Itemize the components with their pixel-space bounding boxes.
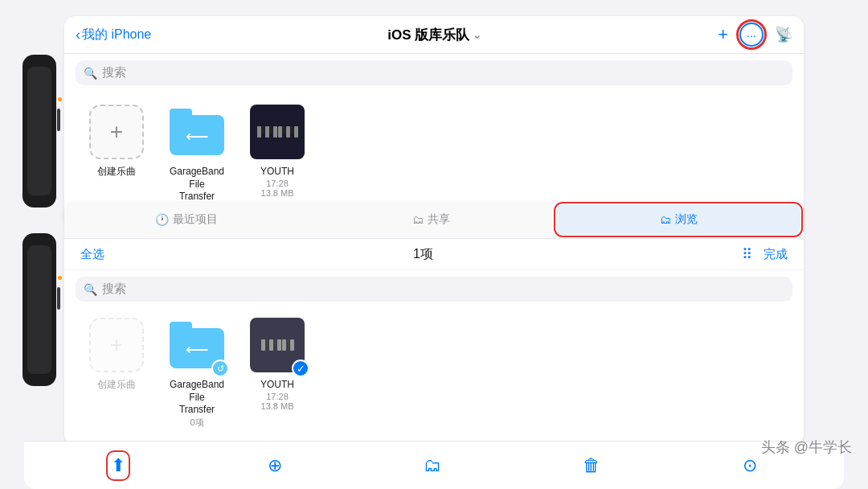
tab-browse[interactable]: 🗂 浏览 bbox=[556, 204, 800, 235]
youth-time-bottom: 17:28 bbox=[266, 392, 289, 401]
more-button[interactable]: ··· bbox=[739, 23, 764, 47]
garageband-folder-item-bottom[interactable]: ⟵ ↺ GarageBand FileTransfer 0项 bbox=[161, 316, 233, 429]
search-bar-bottom[interactable]: 🔍 搜索 bbox=[76, 277, 792, 302]
garageband-meta-bottom: 0项 bbox=[190, 417, 203, 429]
folder-icon-container-top: ⟵ bbox=[168, 103, 226, 161]
move-button[interactable]: 🗂 bbox=[424, 455, 441, 476]
nav-title: iOS 版库乐队 ⌄ bbox=[387, 26, 481, 44]
create-song-item-top[interactable]: + 创建乐曲 bbox=[80, 103, 153, 179]
share-icon: ⬆ bbox=[111, 455, 125, 476]
youth-label-top: YOUTH bbox=[260, 166, 294, 179]
copy-icon: ⊕ bbox=[268, 455, 282, 476]
phone-screen-bottom bbox=[27, 245, 51, 374]
done-button[interactable]: 完成 bbox=[764, 247, 788, 262]
folder-arrow-bottom: ⟵ bbox=[186, 339, 209, 359]
add-button[interactable]: + bbox=[718, 26, 728, 43]
tab-recent-icon: 🕐 bbox=[155, 213, 169, 226]
folder-arrow-icon: ⟵ bbox=[186, 126, 209, 146]
nav-title-chevron-icon: ⌄ bbox=[473, 29, 481, 41]
tab-bar: 🕐 最近项目 🗂 共享 🗂 浏览 bbox=[64, 201, 804, 239]
create-song-label-top: 创建乐曲 bbox=[97, 166, 136, 179]
youth-keys-bottom bbox=[261, 339, 294, 351]
nav-actions: + ··· 📡 bbox=[718, 23, 792, 47]
phone-body-top bbox=[23, 55, 56, 208]
back-label: 我的 iPhone bbox=[82, 27, 151, 43]
youth-visual bbox=[257, 126, 298, 138]
search-icon-bottom: 🔍 bbox=[84, 283, 97, 296]
app-container: ‹ 我的 iPhone iOS 版库乐队 ⌄ + ··· 📡 🔍 搜索 bbox=[0, 0, 868, 489]
phone-screen-top bbox=[27, 67, 51, 195]
bottom-panel-inner: 🕐 最近项目 🗂 共享 🗂 浏览 全选 1项 ⠿ 完成 bbox=[64, 201, 804, 445]
action-bar: ⬆ ⊕ 🗂 🗑 ⊙ bbox=[24, 441, 844, 489]
nav-title-text: iOS 版库乐队 bbox=[387, 26, 469, 44]
watermark: 头条 @牛学长 bbox=[761, 438, 852, 457]
bottom-panel: 🕐 最近项目 🗂 共享 🗂 浏览 全选 1项 ⠿ 完成 bbox=[64, 193, 804, 437]
youth-label-bottom: YOUTH bbox=[260, 379, 294, 392]
more-action-button[interactable]: ⊙ bbox=[743, 455, 757, 476]
select-all-button[interactable]: 全选 bbox=[80, 247, 104, 262]
youth-item-top[interactable]: YOUTH 17:28 13.8 MB bbox=[241, 103, 313, 198]
create-song-icon: + bbox=[89, 105, 144, 159]
youth-time-top: 17:28 bbox=[266, 179, 289, 188]
youth-container-bottom: ✓ bbox=[248, 316, 306, 374]
iphone-device-top bbox=[23, 55, 56, 208]
tab-shared-label: 共享 bbox=[428, 212, 450, 227]
youth-keys-row1 bbox=[257, 126, 298, 138]
search-icon-top: 🔍 bbox=[84, 67, 97, 80]
create-song-icon-bottom: + bbox=[89, 318, 144, 372]
trash-icon: 🗑 bbox=[583, 455, 600, 476]
youth-cover-top bbox=[250, 105, 305, 159]
items-count: 1项 bbox=[413, 246, 433, 263]
create-song-container-bottom: + bbox=[88, 316, 145, 374]
delete-button[interactable]: 🗑 bbox=[583, 455, 600, 476]
folder-icon-top: ⟵ bbox=[170, 109, 224, 155]
create-song-icon-container: + bbox=[88, 103, 145, 161]
iphone-device-bottom bbox=[23, 233, 56, 386]
tab-recent[interactable]: 🕐 最近项目 bbox=[64, 201, 309, 238]
phone-side-button-top bbox=[57, 109, 60, 131]
folder-container-bottom: ⟵ ↺ bbox=[168, 316, 226, 374]
create-song-label-bottom: 创建乐曲 bbox=[97, 379, 136, 392]
back-button[interactable]: ‹ 我的 iPhone bbox=[76, 27, 151, 43]
airdrop-button[interactable]: 📡 bbox=[775, 27, 792, 42]
phone-dot-bottom bbox=[58, 276, 62, 280]
toolbar-right: ⠿ 完成 bbox=[742, 245, 788, 263]
search-placeholder-top: 搜索 bbox=[102, 65, 126, 80]
nav-bar: ‹ 我的 iPhone iOS 版库乐队 ⌄ + ··· 📡 bbox=[64, 16, 804, 54]
copy-button[interactable]: ⊕ bbox=[268, 455, 282, 476]
tab-recent-label: 最近项目 bbox=[173, 212, 218, 227]
tab-browse-label: 浏览 bbox=[675, 212, 698, 227]
tab-shared-icon: 🗂 bbox=[412, 213, 424, 226]
youth-icon-container-top bbox=[248, 103, 306, 161]
more-action-icon: ⊙ bbox=[743, 455, 757, 476]
checkmark-overlay: ✓ bbox=[292, 360, 309, 377]
tab-browse-icon: 🗂 bbox=[660, 213, 671, 226]
move-icon: 🗂 bbox=[424, 455, 441, 476]
folder-sync-overlay: ↺ bbox=[211, 360, 229, 377]
search-placeholder-bottom: 搜索 bbox=[102, 281, 126, 297]
create-song-item-bottom: + 创建乐曲 bbox=[80, 316, 153, 392]
phone-dot-top bbox=[58, 97, 62, 101]
garageband-label-bottom: GarageBand FileTransfer bbox=[161, 379, 233, 417]
phone-body-bottom bbox=[23, 233, 56, 386]
youth-item-bottom[interactable]: ✓ YOUTH 17:28 13.8 MB bbox=[241, 316, 313, 411]
bottom-toolbar: 全选 1项 ⠿ 完成 bbox=[64, 239, 804, 270]
files-grid-bottom: + 创建乐曲 ⟵ ↺ GarageBan bbox=[64, 308, 804, 440]
search-bar-top[interactable]: 🔍 搜索 bbox=[76, 60, 792, 85]
folder-body: ⟵ bbox=[170, 115, 224, 155]
share-button[interactable]: ⬆ bbox=[111, 455, 125, 476]
grid-view-button[interactable]: ⠿ bbox=[742, 245, 752, 263]
tab-shared[interactable]: 🗂 共享 bbox=[309, 201, 553, 238]
phone-side-button-bottom bbox=[57, 287, 60, 310]
back-chevron-icon: ‹ bbox=[76, 27, 80, 43]
youth-size-bottom: 13.8 MB bbox=[261, 401, 294, 411]
